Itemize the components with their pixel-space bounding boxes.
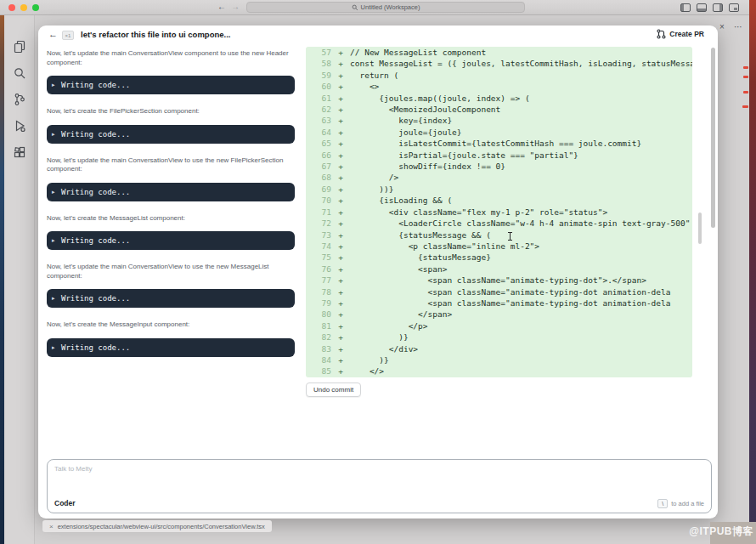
line-number: 84 (306, 354, 331, 366)
diff-add-marker: + (331, 93, 350, 104)
diff-code-block[interactable]: 57 + // New MessageList component 58 + c… (306, 47, 692, 377)
customize-layout-icon[interactable] (729, 3, 739, 12)
diff-line: 77 + <span className="animate-typing-dot… (306, 275, 692, 286)
code-text: </div> (350, 343, 418, 354)
diff-line: 79 + <span className="animate-typing-dot… (306, 298, 692, 309)
diff-add-marker: + (331, 70, 350, 81)
diff-add-marker: + (331, 150, 350, 161)
history-forward-button[interactable]: → (231, 2, 240, 11)
search-icon (352, 4, 358, 11)
file-chip[interactable]: × extensions/spectacular/webview-ui/src/… (42, 520, 272, 532)
line-number: 80 (306, 309, 331, 320)
line-number: 57 (306, 47, 331, 58)
source-control-icon[interactable] (12, 92, 27, 107)
line-number: 73 (306, 230, 331, 241)
diff-add-marker: + (331, 354, 350, 366)
line-number: 58 (306, 58, 331, 69)
toggle-secondary-sidebar-icon[interactable] (713, 3, 723, 12)
line-number: 74 (306, 241, 331, 252)
code-scrollbar[interactable] (698, 212, 702, 244)
diff-line: 63 + key={index} (306, 115, 692, 126)
code-text: /> (350, 172, 398, 183)
close-icon[interactable]: × (49, 523, 54, 530)
minimize-window-button[interactable] (20, 4, 27, 11)
line-number: 59 (306, 70, 331, 81)
chat-message: Now, let's update the main ConversationV… (47, 49, 300, 94)
line-number: 85 (306, 366, 331, 377)
back-button[interactable]: ← (48, 29, 58, 39)
more-actions-icon[interactable]: ⋯ (734, 22, 742, 31)
diff-line: 73 + {statusMessage && ( (306, 230, 692, 241)
line-number: 62 (306, 104, 331, 115)
composer[interactable]: Coder \ to add a file (47, 459, 712, 513)
diff-add-marker: + (331, 115, 350, 126)
close-window-button[interactable] (8, 4, 15, 11)
layout-controls (680, 3, 739, 12)
code-text: // New MessageList component (350, 47, 486, 58)
diff-line: 58 + const MessageList = ({ joules, late… (306, 58, 692, 69)
line-number: 72 (306, 218, 331, 229)
line-number: 70 (306, 195, 331, 206)
screen: ← → Untitled (Workspace) × ⋯ (0, 0, 756, 544)
diff-add-marker: + (331, 127, 350, 138)
code-text: )} (350, 354, 389, 366)
run-and-debug-icon[interactable] (12, 118, 27, 133)
code-text: <p className="inline ml-2"> (350, 241, 539, 252)
line-number: 81 (306, 320, 331, 332)
close-icon[interactable]: × (719, 22, 725, 31)
error-mark (743, 91, 748, 94)
toggle-panel-icon[interactable] (697, 3, 707, 12)
chevron-right-icon: ▸ (52, 189, 55, 196)
code-text: <> (350, 81, 379, 92)
error-mark (742, 105, 748, 108)
zoom-window-button[interactable] (32, 4, 39, 11)
undo-commit-button[interactable]: Undo commit (306, 382, 361, 397)
titlebar: ← → Untitled (Workspace) (0, 0, 749, 15)
diff-line: 60 + <> (306, 81, 692, 92)
chat-message-text: Now, let's update the main ConversationV… (47, 156, 300, 174)
diff-line: 84 + )} (306, 354, 692, 366)
line-number: 63 (306, 115, 331, 126)
code-text: <MemoizedJouleComponent (350, 104, 500, 115)
history-back-button[interactable]: ← (217, 2, 226, 11)
line-number: 83 (306, 343, 331, 354)
diff-line: 62 + <MemoizedJouleComponent (306, 104, 692, 115)
search-icon[interactable] (12, 65, 27, 81)
diff-line: 57 + // New MessageList component (306, 47, 692, 58)
diff-add-marker: + (331, 230, 350, 241)
create-pr-button[interactable]: Create PR (657, 29, 704, 39)
line-number: 82 (306, 332, 331, 343)
writing-code-block[interactable]: ▸ Writing code... (47, 76, 295, 94)
diff-line: 68 + /> (306, 172, 692, 183)
chat-message: Now, let's update the main ConversationV… (47, 263, 300, 308)
chat-input[interactable] (54, 465, 394, 473)
diff-add-marker: + (331, 184, 350, 195)
diff-add-marker: + (331, 309, 350, 320)
code-text: joule={joule} (350, 127, 462, 138)
extensions-icon[interactable] (12, 144, 27, 160)
chat-column: Now, let's update the main ConversationV… (47, 49, 300, 370)
explorer-icon[interactable] (12, 39, 27, 54)
writing-code-block[interactable]: ▸ Writing code... (47, 289, 295, 308)
task-badge: ×1 (62, 31, 74, 40)
chat-message-text: Now, let's create the MessageInput compo… (47, 320, 300, 330)
code-text: <span className="animate-typing-dot">.</… (350, 275, 646, 286)
line-number: 61 (306, 93, 331, 104)
code-text: key={index} (350, 115, 452, 126)
diff-line: 71 + <div className="flex my-1 p-2" role… (306, 207, 692, 218)
writing-code-block[interactable]: ▸ Writing code... (47, 231, 295, 250)
diff-line: 75 + {statusMessage} (306, 252, 692, 263)
window-title: Untitled (Workspace) (361, 3, 420, 11)
toggle-primary-sidebar-icon[interactable] (680, 3, 691, 12)
writing-code-block[interactable]: ▸ Writing code... (47, 125, 295, 144)
panel-scrollbar[interactable] (711, 48, 715, 228)
writing-code-label: Writing code... (61, 343, 130, 352)
mode-label[interactable]: Coder (54, 499, 76, 507)
line-number: 79 (306, 298, 331, 309)
code-text: </> (350, 366, 384, 377)
writing-code-block[interactable]: ▸ Writing code... (47, 338, 295, 357)
code-text: showDiff={index !== 0} (350, 161, 505, 172)
writing-code-block[interactable]: ▸ Writing code... (47, 183, 295, 201)
file-path: extensions/spectacular/webview-ui/src/co… (58, 523, 265, 530)
command-center[interactable]: Untitled (Workspace) (246, 2, 525, 13)
